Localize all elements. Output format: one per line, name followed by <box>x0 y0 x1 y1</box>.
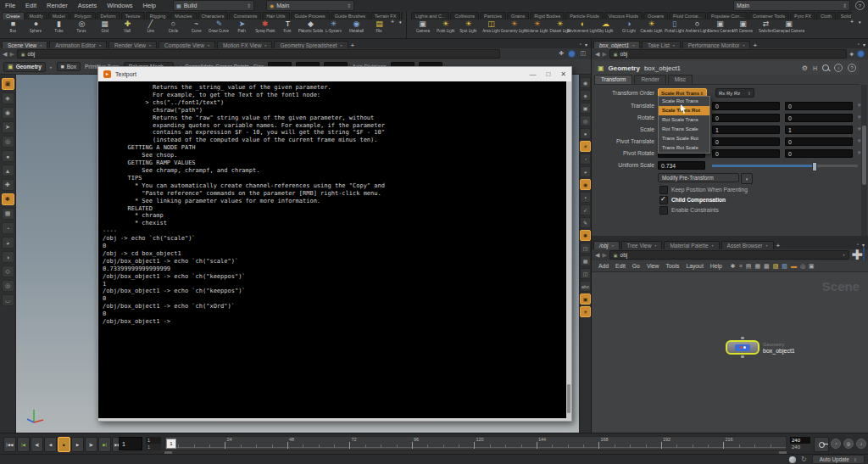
display-option-icon[interactable]: ◉ <box>580 179 591 190</box>
network-menu-item[interactable]: View <box>643 263 663 269</box>
spinner-icon[interactable]: ⇕ <box>843 3 847 8</box>
shelf-tool[interactable]: ✱ Spray Paint <box>253 20 276 39</box>
shelf-tool[interactable]: ▦ Grid <box>93 20 116 39</box>
tool-icon[interactable]: ● <box>2 150 14 162</box>
network-menu-item[interactable]: Add <box>595 263 612 269</box>
shelf-menu-icon[interactable]: ▾ <box>397 20 404 25</box>
network-toolbar-icon[interactable]: ▧ <box>782 263 787 270</box>
node-body[interactable] <box>726 340 760 355</box>
playbar-option-icon[interactable]: ◎ <box>843 439 854 449</box>
shelf-tool[interactable]: ▤ File <box>368 20 391 39</box>
network-toolbar-icon[interactable]: ▨ <box>773 263 779 270</box>
pane-maximize-icon[interactable]: ▫ <box>580 42 581 48</box>
shelf-tool[interactable]: ▣ Camera <box>411 20 434 39</box>
display-option-icon[interactable]: ◔ <box>580 154 591 165</box>
node-name-field[interactable]: box_object1 <box>644 64 681 72</box>
desktop-selector[interactable]: ▦ Build ⇕ <box>173 0 254 11</box>
network-menu-item[interactable]: Go <box>629 263 643 269</box>
textport-titlebar[interactable]: ▸ Textport — □ ✕ <box>98 67 571 81</box>
display-option-icon[interactable]: ◫ <box>580 268 591 279</box>
transport-button[interactable]: ◀| <box>31 437 43 452</box>
shelf-tab[interactable]: Lights and C... <box>411 12 449 20</box>
network-toolbar-icon[interactable]: ▦ <box>754 263 760 270</box>
rotate-order-dropdown[interactable]: Rx Ry Rz <box>715 88 754 98</box>
pane-tab[interactable]: Material Palette <box>664 241 719 249</box>
menu-item[interactable]: Render <box>42 2 73 9</box>
uniform-scale-field[interactable]: 0.734 <box>658 161 705 170</box>
chevron-down-icon[interactable]: ▾ <box>843 253 845 257</box>
transport-button[interactable]: ■ <box>58 437 70 452</box>
shelf-tool[interactable]: ◆ Platonic Solids <box>299 20 322 39</box>
range-start-sub-field[interactable]: 1 <box>146 444 161 450</box>
network-toolbar-icon[interactable]: ▬ <box>791 263 797 269</box>
display-option-icon[interactable]: ✓ <box>580 204 591 215</box>
shelf-tool[interactable]: ▣ Gamepad Camera <box>777 20 800 39</box>
display-option-icon[interactable]: ▣ <box>580 293 591 305</box>
shelf-tab[interactable]: Deform <box>97 12 120 20</box>
current-frame-field[interactable]: 1 <box>119 437 142 450</box>
shelf-tool[interactable]: ~ Curve <box>185 20 208 39</box>
shelf-tab[interactable]: Container Tools <box>748 12 789 20</box>
link-indicator-icon[interactable] <box>568 50 576 58</box>
shelf-tool[interactable]: ☀ Point Light <box>434 20 457 39</box>
spinner-icon[interactable]: ⇕ <box>247 3 251 8</box>
shelf-tab[interactable]: Collisions <box>450 12 479 20</box>
network-toolbar-icon[interactable]: ≡ <box>739 263 743 269</box>
parameter-tab[interactable]: Render <box>634 75 665 84</box>
parameter-field-y[interactable]: 0 <box>712 137 780 146</box>
shelf-tool[interactable]: ◑ GI Light <box>617 20 640 39</box>
menu-item[interactable]: Rot Scale Trans <box>659 115 709 125</box>
tool-icon[interactable]: ◉ <box>2 107 14 119</box>
shelf-tab[interactable]: Rigging <box>146 12 170 20</box>
set-key-button[interactable] <box>814 437 829 452</box>
tool-icon[interactable]: ◎ <box>2 136 14 148</box>
link-indicator-icon[interactable] <box>857 50 865 58</box>
textport-resize-edge[interactable] <box>98 418 571 421</box>
display-option-icon[interactable]: ◈ <box>580 90 591 101</box>
recook-icon[interactable]: ↻ <box>801 456 807 463</box>
display-option-icon[interactable]: ☀ <box>580 141 591 152</box>
tool-icon[interactable]: ✱ <box>2 193 14 205</box>
shelf-tab[interactable]: Create <box>2 12 25 20</box>
checkbox[interactable] <box>659 186 668 194</box>
search-icon[interactable] <box>822 64 829 71</box>
spinner-icon[interactable]: ⇕ <box>347 3 351 8</box>
pane-menu-icon[interactable]: ▾ <box>585 42 587 48</box>
transport-button[interactable]: ▶| <box>98 437 111 452</box>
shelf-tool[interactable]: ▯ Portal Light <box>663 20 686 39</box>
parameter-field-z[interactable]: 0 <box>785 137 853 146</box>
display-option-icon[interactable]: ◳ <box>580 243 591 254</box>
pane-tab[interactable]: Asset Browser <box>721 241 774 249</box>
shelf-tab[interactable]: Grains <box>507 12 529 20</box>
parameter-field-y[interactable]: 0 <box>712 149 780 158</box>
tool-icon[interactable]: ✚ <box>2 179 14 191</box>
menu-item[interactable]: Edit <box>20 2 42 9</box>
modify-pre-transform-button[interactable]: Modify Pre-Transform <box>658 173 739 182</box>
pane-maximize-icon[interactable]: ▫ <box>858 42 860 48</box>
help-icon[interactable]: ? <box>855 1 865 10</box>
info-icon[interactable]: i <box>834 64 843 72</box>
shelf-tab[interactable]: Characters <box>198 12 229 20</box>
parameter-tab[interactable]: Transform <box>594 75 632 84</box>
forward-icon[interactable]: ▶ <box>602 51 606 58</box>
network-toolbar-icon[interactable]: ▤ <box>746 263 752 270</box>
scrollbar-thumb[interactable] <box>862 126 866 185</box>
pane-menu-icon[interactable]: ▾ <box>863 42 865 48</box>
transport-button[interactable]: |◀◀ <box>3 437 16 452</box>
back-icon[interactable]: ◀ <box>3 51 7 58</box>
network-toolbar-icon[interactable]: ▣ <box>809 263 815 270</box>
shelf-tab[interactable]: Fluid Contai... <box>669 12 706 20</box>
display-option-icon[interactable]: ☀ <box>580 306 591 317</box>
menu-item[interactable]: File <box>0 2 20 9</box>
shelf-tool[interactable]: ☀ Spot Light <box>457 20 480 39</box>
shelf-tab[interactable]: Texture <box>121 12 145 20</box>
back-icon[interactable]: ◀ <box>595 51 599 58</box>
parameter-scrollbar[interactable] <box>861 85 867 236</box>
shelf-tab[interactable]: Pyro FX <box>790 12 815 20</box>
display-option-icon[interactable]: ✱ <box>580 230 591 241</box>
display-option-icon[interactable]: ◎ <box>580 115 591 126</box>
context-chip[interactable]: ▣ Geometry <box>3 62 46 72</box>
shelf-menu-icon[interactable]: ▾ <box>856 20 864 25</box>
transport-button[interactable]: ▶ <box>71 437 84 452</box>
parameter-field-z[interactable]: 1 <box>785 126 853 134</box>
